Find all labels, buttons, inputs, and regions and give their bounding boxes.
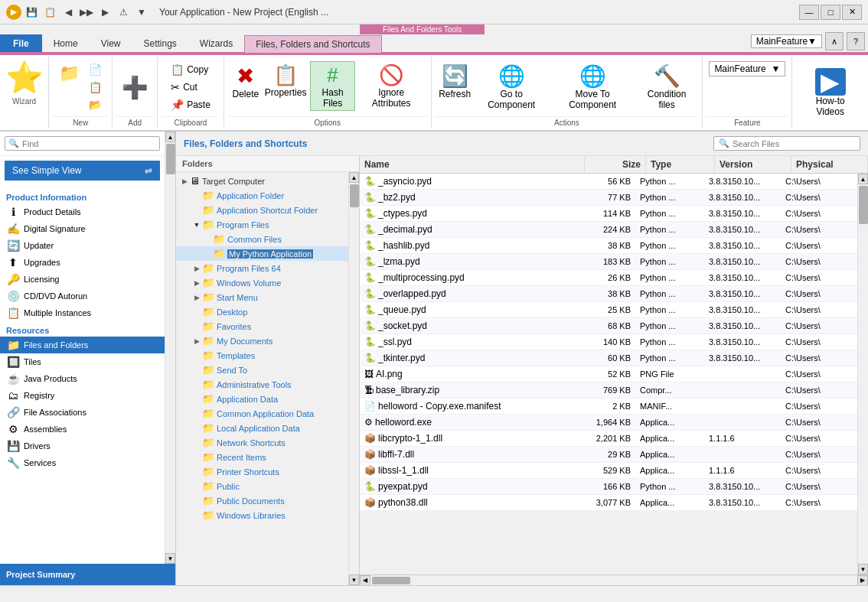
tree-item-target-computer[interactable]: ▶ 🖥 Target Computer [176, 174, 348, 188]
sidebar-item-assemblies[interactable]: ⚙ Assemblies [0, 421, 165, 438]
tree-item-common-files[interactable]: 📁 Common Files [176, 232, 348, 246]
tab-view[interactable]: View [90, 34, 132, 52]
warn-btn[interactable]: ⚠ [115, 4, 132, 21]
table-row[interactable]: 📦 libcrypto-1_1.dll 2,201 KB Applica... … [360, 431, 857, 447]
sidebar-item-digital-signature[interactable]: ✍ Digital Signature [0, 220, 165, 237]
sidebar-item-java-products[interactable]: ☕ Java Products [0, 370, 165, 387]
tree-item-common-app-data[interactable]: 📁 Common Application Data [176, 406, 348, 421]
table-row[interactable]: ⚙ helloword.exe 1,964 KB Applica... C:\U… [360, 415, 857, 431]
file-scroll-down[interactable]: ▼ [858, 564, 868, 574]
new-item-btn-1[interactable]: 📄 [85, 61, 106, 78]
ribbon-collapse-btn[interactable]: ∧ [825, 32, 844, 50]
tab-ffs[interactable]: Files, Folders and Shortcuts [244, 35, 381, 53]
maximize-btn[interactable]: □ [821, 5, 840, 20]
tree-item-local-app-data[interactable]: 📁 Local Application Data [176, 421, 348, 435]
feature-dropdown[interactable]: MainFeature ▼ [751, 34, 822, 48]
tree-item-windows-libraries[interactable]: 📁 Windows Libraries [176, 508, 348, 522]
paste-btn[interactable]: 📌Paste [165, 96, 216, 113]
minimize-btn[interactable]: — [799, 5, 819, 20]
table-row[interactable]: 🗜 base_library.zip 769 KB Compr... C:\Us… [360, 382, 857, 399]
sidebar-scroll-up[interactable]: ▲ [165, 132, 175, 142]
tree-item-program-files-64[interactable]: ▶ 📁 Program Files 64 [176, 261, 348, 275]
delete-btn[interactable]: ✖ Delete [230, 61, 261, 102]
clipboard-quick-btn[interactable]: 📋 [41, 4, 58, 21]
content-search-input[interactable] [733, 139, 855, 148]
tree-item-start-menu[interactable]: ▶ 📁 Start Menu [176, 290, 348, 304]
sidebar-scrollbar[interactable]: ▲ ▼ [165, 132, 175, 564]
table-row[interactable]: 🐍 _decimal.pyd 224 KB Python ... 3.8.315… [360, 222, 857, 238]
table-row[interactable]: 📄 helloword - Copy.exe.manifest 2 KB MAN… [360, 399, 857, 415]
table-row[interactable]: 📦 libffi-7.dll 29 KB Applica... C:\Users… [360, 447, 857, 463]
col-header-type[interactable]: Type [646, 156, 715, 173]
how-to-videos-btn[interactable]: ▶ How-to Videos [800, 66, 860, 119]
tree-item-desktop[interactable]: 📁 Desktop [176, 304, 348, 319]
tree-item-program-files[interactable]: ▼ 📁 Program Files [176, 217, 348, 232]
tree-item-public[interactable]: 📁 Public [176, 479, 348, 493]
col-header-physical[interactable]: Physical [791, 156, 868, 173]
tree-item-templates[interactable]: 📁 Templates [176, 348, 348, 363]
tree-scroll-thumb[interactable] [350, 184, 359, 207]
sidebar-item-updater[interactable]: 🔄 Updater [0, 237, 165, 254]
ribbon-help-btn[interactable]: ? [847, 32, 865, 50]
tree-item-app-data[interactable]: 📁 Application Data [176, 392, 348, 406]
tree-item-favorites[interactable]: 📁 Favorites [176, 319, 348, 334]
sidebar-item-multiple-instances[interactable]: 📋 Multiple Instances [0, 304, 165, 321]
table-row[interactable]: 📦 python38.dll 3,077 KB Applica... 3.8.3… [360, 495, 857, 511]
sidebar-item-product-details[interactable]: ℹ Product Details [0, 203, 165, 220]
tab-file[interactable]: File [0, 34, 42, 52]
feature-dropdown-inline[interactable]: MainFeature ▼ [709, 61, 785, 76]
sidebar-item-cddvd[interactable]: 💿 CD/DVD Autorun [0, 288, 165, 304]
sidebar-item-licensing[interactable]: 🔑 Licensing [0, 271, 165, 288]
tree-item-windows-volume[interactable]: ▶ 📁 Windows Volume [176, 275, 348, 290]
dropdown-btn[interactable]: ▼ [133, 4, 150, 21]
sidebar-search-input[interactable] [22, 139, 156, 148]
condition-feature-btn[interactable]: 🔨 Condition files [638, 61, 697, 112]
sidebar-item-file-associations[interactable]: 🔗 File Associations [0, 404, 165, 421]
table-row[interactable]: 🐍 _socket.pyd 68 KB Python ... 3.8.3150.… [360, 318, 857, 334]
table-row[interactable]: 🐍 _asyncio.pyd 56 KB Python ... 3.8.3150… [360, 174, 857, 190]
hash-files-btn[interactable]: # Hash Files [310, 61, 354, 111]
tree-item-app-shortcut-folder[interactable]: 📁 Application Shortcut Folder [176, 203, 348, 217]
tree-item-my-documents[interactable]: ▶ 📁 My Documents [176, 334, 348, 348]
copy-btn[interactable]: 📋Copy [165, 61, 216, 78]
table-row[interactable]: 🐍 _ctypes.pyd 114 KB Python ... 3.8.3150… [360, 206, 857, 222]
new-folder-btn[interactable]: 📁 [55, 61, 83, 86]
hscroll-left[interactable]: ◀ [360, 575, 370, 586]
cut-btn[interactable]: ✂Cut [165, 79, 216, 96]
table-row[interactable]: 🐍 _hashlib.pyd 38 KB Python ... 3.8.3150… [360, 238, 857, 254]
tree-item-recent-items[interactable]: 📁 Recent Items [176, 450, 348, 464]
sidebar-item-services[interactable]: 🔧 Services [0, 454, 165, 471]
table-row[interactable]: 🐍 pyexpat.pyd 166 KB Python ... 3.8.3150… [360, 479, 857, 495]
file-scroll-up[interactable]: ▲ [858, 174, 868, 184]
tree-item-send-to[interactable]: 📁 Send To [176, 363, 348, 377]
move-to-component-btn[interactable]: 🌐 Move To Component [550, 61, 634, 112]
sidebar-scroll-thumb[interactable] [166, 144, 175, 174]
tree-item-printer-shortcuts[interactable]: 📁 Printer Shortcuts [176, 464, 348, 479]
properties-btn[interactable]: 📋 Properties [264, 61, 308, 100]
file-scroll-thumb[interactable] [859, 186, 868, 224]
sidebar-scroll-down[interactable]: ▼ [165, 553, 175, 564]
sidebar-item-upgrades[interactable]: ⬆ Upgrades [0, 254, 165, 271]
tree-item-admin-tools[interactable]: 📁 Administrative Tools [176, 377, 348, 392]
col-header-version[interactable]: Version [715, 156, 791, 173]
table-row[interactable]: 📦 libssl-1_1.dll 529 KB Applica... 1.1.1… [360, 463, 857, 479]
hscroll-right[interactable]: ▶ [857, 575, 868, 586]
table-row[interactable]: 🖼 AI.png 52 KB PNG File C:\Users\ [360, 366, 857, 382]
tree-scroll-up[interactable]: ▲ [349, 172, 359, 183]
new-item-btn-2[interactable]: 📋 [85, 79, 106, 96]
tab-wizards[interactable]: Wizards [188, 34, 244, 52]
table-row[interactable]: 🐍 _queue.pyd 25 KB Python ... 3.8.3150.1… [360, 302, 857, 318]
tab-home[interactable]: Home [42, 34, 90, 52]
new-item-btn-3[interactable]: 📂 [85, 96, 106, 113]
file-hscroll[interactable]: ◀ ▶ [360, 574, 868, 585]
ignore-attributes-btn[interactable]: 🚫 Ignore Attributes [358, 61, 425, 111]
table-row[interactable]: 🐍 _overlapped.pyd 38 KB Python ... 3.8.3… [360, 286, 857, 302]
file-scrollbar[interactable]: ▲ ▼ [857, 174, 868, 574]
table-row[interactable]: 🐍 _bz2.pyd 77 KB Python ... 3.8.3150.10.… [360, 190, 857, 206]
table-row[interactable]: 🐍 _tkinter.pyd 60 KB Python ... 3.8.3150… [360, 350, 857, 366]
run-btn[interactable]: ▶▶ [78, 4, 95, 21]
tab-settings[interactable]: Settings [132, 34, 188, 52]
tree-scroll-down[interactable]: ▼ [349, 574, 359, 585]
see-simple-view-btn[interactable]: See Simple View ⇌ [5, 161, 160, 181]
col-header-name[interactable]: Name [360, 156, 585, 173]
